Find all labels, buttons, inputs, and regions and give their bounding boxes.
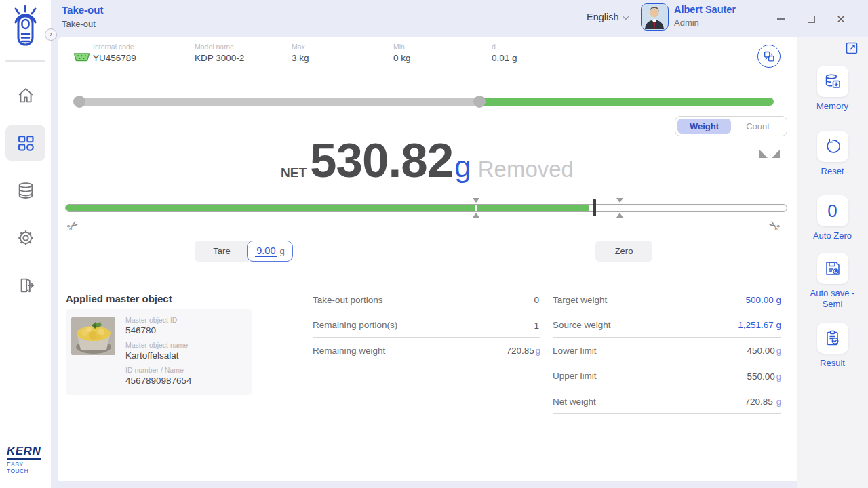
master-object-id-label: Master object ID bbox=[125, 316, 192, 324]
tare-value[interactable]: 9.00 bbox=[255, 245, 277, 257]
capacity-slider[interactable] bbox=[75, 98, 774, 106]
lower-limit-marker-top bbox=[473, 198, 479, 203]
user-menu[interactable]: Albert Sauter Admin bbox=[641, 3, 736, 30]
kern-brand-logo: KERN EASY TOUCH bbox=[7, 445, 46, 474]
sidebar-item-settings[interactable] bbox=[0, 220, 51, 256]
mode-toggle: Weight Count bbox=[675, 116, 787, 136]
main-content-card: Internal code YU456789 Model name KDP 30… bbox=[58, 37, 797, 481]
logout-door-icon bbox=[16, 276, 35, 295]
chevron-down-icon bbox=[623, 13, 629, 20]
tare-control: Tare 9.00 g bbox=[195, 241, 293, 262]
current-weight-tick bbox=[593, 199, 596, 216]
scissors-right-icon: ✂ bbox=[765, 216, 783, 235]
table-row-target-weight: Target weight 500.00 g bbox=[553, 287, 781, 312]
tare-button[interactable]: Tare bbox=[195, 241, 249, 262]
table-row-takeout-portions: Take-out portions 0 bbox=[313, 287, 540, 312]
reset-button[interactable]: Reset bbox=[797, 131, 868, 177]
lower-limit-marker-bottom bbox=[473, 213, 479, 218]
window-maximize-button[interactable] bbox=[802, 11, 820, 27]
scale-field-max: Max 3 kg bbox=[292, 43, 309, 63]
tare-value-field[interactable]: 9.00 g bbox=[247, 241, 293, 262]
left-sidebar: › KERN bbox=[0, 0, 51, 488]
target-info-table: Target weight 500.00 g Source weight 1,2… bbox=[553, 287, 781, 414]
expand-icon bbox=[846, 42, 858, 54]
sidebar-item-home[interactable] bbox=[0, 77, 51, 114]
weight-status: Removed bbox=[478, 157, 574, 182]
master-object-idnumber-value: 4567890987654 bbox=[125, 375, 192, 386]
scissors-left-icon: ✂ bbox=[64, 216, 82, 235]
table-row-lower-limit: Lower limit 450.00g bbox=[553, 338, 781, 363]
sidebar-item-logout[interactable] bbox=[0, 267, 51, 304]
upper-limit-marker-top bbox=[616, 198, 623, 203]
master-object-name-value: Kartoffelsalat bbox=[125, 350, 192, 361]
weight-value: 530.82 bbox=[310, 136, 453, 184]
page-title: Take-out bbox=[62, 4, 103, 16]
weight-readout: NET 530.82 g Removed bbox=[58, 136, 797, 201]
apps-grid-icon bbox=[16, 134, 35, 152]
scale-field-min: Min 0 kg bbox=[393, 43, 411, 63]
master-object-id-value: 546780 bbox=[125, 325, 192, 336]
easy-touch-logo-icon bbox=[9, 5, 41, 49]
user-name: Albert Sauter bbox=[674, 4, 736, 15]
target-weight-link[interactable]: 500.00 g bbox=[745, 295, 781, 305]
right-action-panel: Memory Reset 0 Auto Zero Auto save - Sem bbox=[797, 37, 868, 488]
master-object-card: Master object ID 546780 Master object na… bbox=[66, 309, 252, 395]
table-row-remaining-portions: Remaining portion(s) 1 bbox=[313, 312, 540, 338]
auto-zero-button[interactable]: 0 Auto Zero bbox=[797, 195, 868, 241]
tolerance-bar-fill bbox=[66, 205, 589, 211]
top-header: Take-out Take-out English Albert Sauter … bbox=[51, 0, 868, 37]
user-role: Admin bbox=[674, 18, 736, 28]
master-object-idnumber-label: ID number / Name bbox=[125, 366, 192, 374]
database-icon bbox=[16, 181, 35, 200]
master-object-name-label: Master object name bbox=[125, 341, 192, 349]
minimize-icon bbox=[777, 18, 785, 20]
slider-handle-min[interactable] bbox=[73, 96, 85, 108]
net-indicator: NET bbox=[281, 165, 307, 180]
auto-save-floppy-icon bbox=[824, 260, 842, 277]
sidebar-item-database[interactable] bbox=[0, 172, 51, 209]
window-minimize-button[interactable] bbox=[772, 11, 790, 27]
upper-limit-divider bbox=[619, 205, 620, 211]
page-subtitle: Take-out bbox=[62, 19, 96, 29]
result-button[interactable]: Result bbox=[797, 323, 868, 369]
gear-icon bbox=[16, 228, 35, 247]
master-object-fields: Master object ID 546780 Master object na… bbox=[125, 316, 192, 386]
lower-limit-divider bbox=[475, 205, 477, 211]
slider-handle-current[interactable] bbox=[473, 96, 486, 108]
mode-toggle-count[interactable]: Count bbox=[731, 119, 785, 134]
switch-scale-button[interactable] bbox=[757, 45, 781, 68]
capacity-slider-fill bbox=[479, 98, 774, 106]
reset-icon bbox=[824, 138, 842, 155]
swap-devices-icon bbox=[762, 49, 776, 64]
upper-limit-marker-bottom bbox=[616, 213, 623, 218]
capacity-slider-track bbox=[75, 98, 479, 106]
close-icon: ✕ bbox=[836, 13, 845, 26]
scale-info-bar: Internal code YU456789 Model name KDP 30… bbox=[58, 37, 797, 73]
auto-save-button[interactable]: Auto save - Semi bbox=[797, 253, 868, 309]
scale-field-d: d 0.01 g bbox=[492, 43, 517, 63]
scale-connection-icon bbox=[73, 52, 91, 65]
source-weight-link[interactable]: 1,251.67 g bbox=[738, 320, 781, 330]
auto-zero-icon: 0 bbox=[827, 201, 837, 222]
kern-tagline: EASY TOUCH bbox=[7, 461, 46, 474]
mode-toggle-weight[interactable]: Weight bbox=[677, 119, 731, 134]
expand-panel-button[interactable] bbox=[846, 42, 858, 57]
kern-wordmark: KERN bbox=[7, 445, 41, 460]
master-object-heading: Applied master object bbox=[66, 293, 172, 304]
language-label: English bbox=[587, 12, 619, 22]
table-row-source-weight: Source weight 1,251.67 g bbox=[553, 312, 781, 338]
zero-button[interactable]: Zero bbox=[595, 241, 652, 262]
sidebar-item-apps[interactable] bbox=[5, 125, 45, 161]
memory-button[interactable]: Memory bbox=[797, 66, 868, 112]
window-close-button[interactable]: ✕ bbox=[832, 11, 850, 27]
memory-database-icon bbox=[824, 73, 842, 90]
result-clipboard-icon bbox=[824, 329, 842, 347]
tare-unit: g bbox=[280, 246, 285, 256]
sidebar-expand-chevron[interactable]: › bbox=[45, 28, 57, 41]
table-row-upper-limit: Upper limit 550.00g bbox=[553, 363, 781, 389]
avatar bbox=[641, 3, 669, 30]
tolerance-bar[interactable] bbox=[65, 204, 787, 212]
weight-unit: g bbox=[454, 150, 471, 184]
scale-field-internal-code: Internal code YU456789 bbox=[93, 43, 136, 63]
language-selector[interactable]: English bbox=[587, 12, 627, 22]
